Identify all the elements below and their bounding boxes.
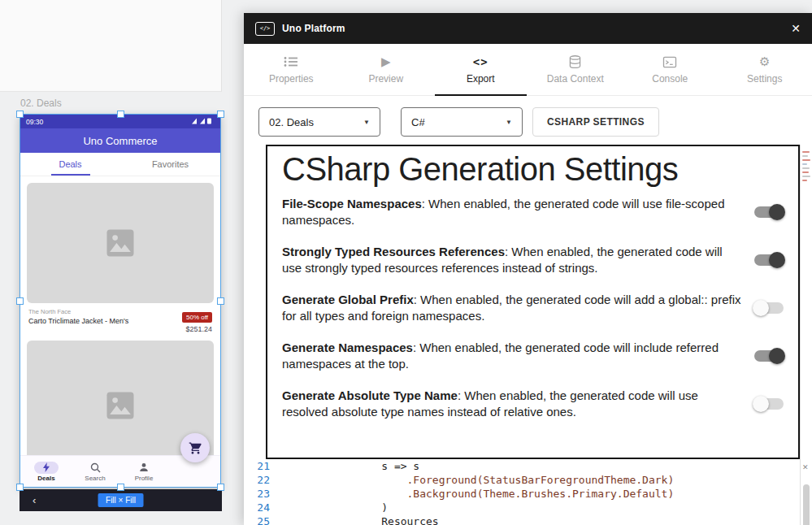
tab-console[interactable]: Console xyxy=(623,44,718,95)
product-pricing: 50% off $251.24 xyxy=(182,308,212,333)
database-icon xyxy=(569,54,581,69)
phone-frame: 09:30 Uno Commerce Deals Favorites xyxy=(20,114,221,488)
cart-fab-button[interactable] xyxy=(180,433,210,462)
toggle-knob xyxy=(769,348,785,364)
toggle-generate-namespaces[interactable] xyxy=(754,350,784,362)
signal-wifi-battery-icon xyxy=(190,117,215,124)
list-icon xyxy=(284,54,298,69)
artboard-label: 02. Deals xyxy=(20,98,62,109)
tab-preview[interactable]: ▶ Preview xyxy=(339,44,434,95)
code-line: 24 ) xyxy=(244,501,764,514)
app-canvas: 02. Deals 09:30 Uno Commerce Deals xyxy=(0,0,812,525)
language-select-dropdown[interactable]: C# ▼ xyxy=(401,107,523,137)
panel-tab-bar: Properties ▶ Preview <> Export Data Cont… xyxy=(244,44,812,96)
setting-text: Generate Absolute Type Name: When enable… xyxy=(282,388,741,420)
setting-text: File-Scope Namespaces: When enabled, the… xyxy=(282,196,741,228)
minimap-marks xyxy=(801,145,812,181)
selection-handle[interactable] xyxy=(16,484,24,491)
selection-handle[interactable] xyxy=(217,484,224,491)
back-chevron-icon[interactable]: ‹ xyxy=(33,494,36,506)
tab-export[interactable]: <> Export xyxy=(433,44,528,95)
person-icon xyxy=(132,462,156,474)
selection-handle[interactable] xyxy=(217,297,224,305)
toggle-file-scope-namespaces[interactable] xyxy=(754,206,784,218)
toggle-strongly-typed-resources[interactable] xyxy=(754,254,784,266)
strip-close-icon[interactable]: ✕ xyxy=(802,463,809,471)
setting-name: Generate Absolute Type Name xyxy=(282,388,458,402)
artboard-footer-bar: ‹ Fill × Fill xyxy=(20,489,222,511)
selection-handle[interactable] xyxy=(16,111,24,118)
phone-tab-bar: Deals Favorites xyxy=(20,153,220,176)
code-editor[interactable]: 21 s => s 22 .Foreground(StatusBarForegr… xyxy=(244,459,764,525)
toggle-knob xyxy=(769,252,785,268)
setting-text: Strongly Typed Resources References: Whe… xyxy=(282,244,741,276)
play-icon: ▶ xyxy=(381,54,391,69)
chevron-down-icon: ▼ xyxy=(363,119,370,126)
product-name: Carto Triclimate Jacket - Men's xyxy=(28,317,128,325)
fill-size-button[interactable]: Fill × Fill xyxy=(98,493,144,507)
csharp-settings-button[interactable]: CSHARP SETTINGS xyxy=(532,107,659,137)
image-icon xyxy=(102,225,138,261)
panel-header: </> Uno Platform ✕ xyxy=(244,13,812,44)
app-title: Uno Commerce xyxy=(83,135,157,147)
code-brackets-icon: <> xyxy=(473,54,489,69)
product-image-placeholder[interactable] xyxy=(27,183,214,303)
setting-row-absolute-type-name: Generate Absolute Type Name: When enable… xyxy=(282,388,784,420)
nav-item-profile[interactable]: Profile xyxy=(119,462,168,482)
console-icon xyxy=(662,54,677,69)
toggle-knob xyxy=(753,396,769,412)
code-logo-icon: </> xyxy=(255,22,275,36)
tab-data-context[interactable]: Data Context xyxy=(528,44,623,95)
adjacent-artboard xyxy=(0,0,222,92)
gear-icon: ⚙ xyxy=(759,54,770,69)
setting-name: Generate Global Prefix xyxy=(282,293,414,306)
setting-text: Generate Namespaces: When enabled, the g… xyxy=(282,340,741,372)
setting-name: File-Scope Namespaces xyxy=(282,197,422,210)
setting-name: Strongly Typed Resources References xyxy=(282,245,505,258)
toggle-generate-global-prefix[interactable] xyxy=(754,302,784,314)
selection-handle[interactable] xyxy=(16,297,24,305)
dialog-title: CSharp Generation Settings xyxy=(282,151,784,188)
toggle-knob xyxy=(753,300,769,316)
product-info-row: The North Face Carto Triclimate Jacket -… xyxy=(28,308,212,333)
image-icon xyxy=(102,388,138,423)
product-text: The North Face Carto Triclimate Jacket -… xyxy=(28,308,128,333)
setting-row-global-prefix: Generate Global Prefix: When enabled, th… xyxy=(282,292,784,324)
selection-handle[interactable] xyxy=(117,484,124,491)
toggle-knob xyxy=(769,204,785,220)
discount-badge: 50% off xyxy=(182,312,212,323)
export-toolbar: 02. Deals ▼ C# ▼ CSHARP SETTINGS xyxy=(244,96,812,146)
panel-title: Uno Platform xyxy=(282,23,345,34)
tab-favorites[interactable]: Favorites xyxy=(120,153,220,176)
vertical-scrollbar-thumb[interactable] xyxy=(803,484,810,525)
editor-minimap-strip: ✕ xyxy=(800,145,812,525)
cart-icon xyxy=(189,441,202,455)
search-icon xyxy=(83,462,107,474)
product-price: $251.24 xyxy=(182,325,212,333)
chevron-down-icon: ▼ xyxy=(506,119,512,126)
selection-handle[interactable] xyxy=(117,111,124,118)
product-brand: The North Face xyxy=(28,308,128,315)
nav-item-search[interactable]: Search xyxy=(71,462,119,482)
phone-content: The North Face Carto Triclimate Jacket -… xyxy=(20,176,220,456)
setting-row-file-scope: File-Scope Namespaces: When enabled, the… xyxy=(282,196,784,228)
status-icons xyxy=(190,117,215,126)
code-line: 21 s => s xyxy=(244,459,764,473)
close-icon[interactable]: ✕ xyxy=(791,22,801,35)
setting-row-strongly-typed: Strongly Typed Resources References: Whe… xyxy=(282,244,784,276)
setting-row-namespaces: Generate Namespaces: When enabled, the g… xyxy=(282,340,784,372)
code-line: 22 .Foreground(StatusBarForegroundTheme.… xyxy=(244,473,764,487)
selection-handle[interactable] xyxy=(217,111,224,118)
tab-settings[interactable]: ⚙ Settings xyxy=(718,44,812,95)
screen-select-dropdown[interactable]: 02. Deals ▼ xyxy=(258,107,380,137)
bolt-icon xyxy=(34,462,59,474)
phone-artboard[interactable]: 09:30 Uno Commerce Deals Favorites xyxy=(20,114,221,488)
uno-platform-panel: </> Uno Platform ✕ Properties ▶ Preview … xyxy=(244,13,812,525)
code-line: 23 .Background(Theme.Brushes.Primary.Def… xyxy=(244,487,764,501)
nav-item-deals[interactable]: Deals xyxy=(22,462,71,482)
code-line: 25 Resources xyxy=(244,514,764,525)
toggle-generate-absolute-type-name[interactable] xyxy=(754,398,784,410)
tab-deals[interactable]: Deals xyxy=(20,153,120,176)
tab-properties[interactable]: Properties xyxy=(244,44,339,95)
csharp-settings-dialog: CSharp Generation Settings File-Scope Na… xyxy=(266,145,800,459)
